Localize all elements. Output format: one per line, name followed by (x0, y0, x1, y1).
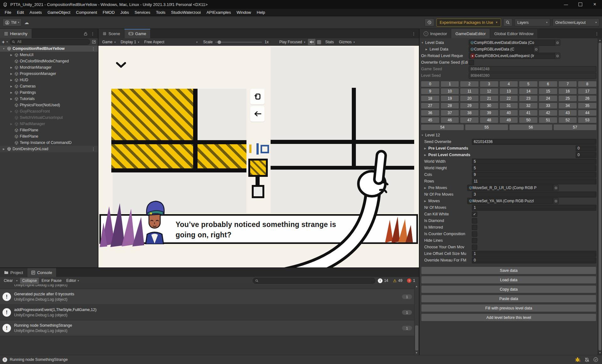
level-button[interactable]: 53 (578, 117, 597, 123)
error-count-toggle[interactable]: ! 1 (405, 278, 417, 284)
play-focused-dropdown[interactable]: Play Focused▾ (277, 38, 308, 46)
level-button[interactable]: 5 (519, 81, 538, 87)
inspector-scrollbar-thumb[interactable] (599, 43, 601, 351)
menu-edit[interactable]: Edit (14, 9, 27, 16)
level-button[interactable]: 7 (558, 81, 577, 87)
add-level-before-button[interactable]: Add level before this level (421, 314, 596, 321)
restart-button[interactable] (250, 89, 265, 104)
foldout-icon[interactable]: ▶ (424, 200, 428, 203)
level-button[interactable]: 13 (499, 88, 518, 94)
hierarchy-search-input[interactable] (17, 39, 88, 44)
menu-tools[interactable]: Tools (153, 9, 168, 16)
level-button[interactable]: 35 (578, 103, 597, 109)
level-button[interactable]: 54 (421, 124, 464, 130)
level-button[interactable]: 17 (578, 88, 597, 94)
load-data-button[interactable]: Load data (421, 276, 596, 284)
foldout-icon[interactable]: ▶ (9, 79, 13, 82)
level-button[interactable]: 19 (441, 95, 459, 102)
scroll-down-icon[interactable]: ▼ (598, 351, 602, 354)
choose-your-own-moves-checkbox[interactable] (472, 245, 477, 250)
console-search-input[interactable] (260, 278, 373, 283)
game-viewport[interactable]: You’ve probably noticed something strang… (98, 46, 419, 267)
level-button[interactable]: 18 (421, 95, 440, 102)
tab-console[interactable]: Console (27, 268, 56, 277)
tab-scene[interactable]: Scene (98, 29, 124, 38)
scroll-up-icon[interactable]: ▲ (598, 39, 602, 42)
warning-count-toggle[interactable]: ⚠ 49 (391, 278, 404, 284)
level-button[interactable]: 23 (519, 95, 538, 102)
hierarchy-item-paintings[interactable]: ▶Paintings (0, 89, 98, 96)
foldout-icon[interactable]: ▶ (9, 110, 13, 113)
level-button[interactable]: 55 (465, 124, 508, 130)
scale-slider[interactable] (215, 42, 262, 43)
on-reload-object-field[interactable]: E CompRGBOnLevelLoadRequest (Ir ⊙ (469, 53, 560, 59)
undo-button[interactable] (250, 106, 265, 122)
object-picker-icon[interactable]: ⊙ (555, 40, 560, 45)
minimize-button[interactable]: — (559, 0, 573, 9)
post-level-commands-size-field[interactable]: 0 (576, 152, 596, 158)
debugger-bug-icon[interactable]: ! (575, 357, 581, 362)
seed-overwrite-field[interactable]: 621014336 (472, 139, 596, 145)
level-button[interactable]: 12 (480, 88, 499, 94)
level-button[interactable]: 3 (480, 81, 499, 87)
level-button[interactable]: 49 (499, 117, 518, 123)
kebab-menu-icon[interactable]: ⋮ (91, 31, 95, 36)
level-button[interactable]: 38 (460, 110, 479, 116)
hierarchy-item-menuui[interactable]: ▶MenuUI (0, 52, 98, 58)
level-button[interactable]: 8 (578, 81, 597, 87)
tab-inspector[interactable]: i Inspector (420, 29, 451, 38)
level-button[interactable]: 57 (553, 124, 597, 130)
copy-data-button[interactable]: Copy data (421, 285, 596, 293)
foldout-icon[interactable]: ▶ (425, 48, 430, 51)
is-counter-composition-checkbox[interactable] (472, 231, 477, 237)
level-button[interactable]: 11 (460, 88, 479, 94)
line-offset-field[interactable]: 1 (472, 251, 596, 257)
search-button[interactable] (503, 18, 512, 26)
menu-component[interactable]: Component (73, 9, 100, 16)
level-button[interactable]: 27 (421, 103, 440, 109)
level-button[interactable]: 56 (509, 124, 552, 130)
chevron-down-icon[interactable]: ▾ (7, 40, 8, 43)
save-data-button[interactable]: Save data (421, 266, 596, 274)
tab-hierarchy[interactable]: Hierarchy (0, 29, 32, 38)
level-button[interactable]: 40 (499, 110, 518, 116)
level-button[interactable]: 15 (539, 88, 557, 94)
hierarchy-item-fillerplane-1[interactable]: FillerPlane (0, 127, 98, 133)
level-button[interactable]: 43 (558, 110, 577, 116)
override-niveau-field[interactable]: 0 (472, 257, 596, 263)
nr-of-pre-moves-field[interactable]: 3 (472, 192, 596, 198)
level-data-sub-foldout[interactable]: ▶ Level Data CompRGBLevelData (C ⊙ (420, 46, 598, 52)
menu-file[interactable]: File (2, 9, 14, 16)
foldout-icon[interactable]: ▶ (9, 66, 13, 69)
puzzle-piece-hatched-square[interactable] (248, 159, 268, 177)
pre-level-commands-size-field[interactable]: 0 (576, 145, 596, 151)
picker-window-icon[interactable] (92, 40, 96, 44)
puzzle-piece-empty-square[interactable] (252, 185, 264, 198)
editor-dropdown[interactable]: Editor ▾ (64, 278, 81, 284)
menu-gameobject[interactable]: GameObject (45, 9, 73, 16)
console-log-list[interactable]: UnityEngine.Debug:Log (object) ! Generat… (0, 284, 415, 355)
cloud-icon[interactable]: ☁ (24, 20, 29, 25)
tab-gamedataeditor[interactable]: GameDataEditor (451, 29, 490, 38)
vsync-grid-button[interactable] (315, 39, 323, 45)
tab-global-editor-window[interactable]: Global Editor Window (490, 29, 538, 38)
world-width-field[interactable]: 5 (472, 159, 596, 165)
error-pause-button[interactable]: Error Pause (39, 278, 64, 284)
layers-dropdown[interactable]: Layers ▾ (515, 18, 550, 26)
log-row[interactable]: ! Running node SomethingStrange UnityEng… (0, 320, 415, 336)
level-button[interactable]: 46 (441, 117, 459, 123)
foldout-icon[interactable]: ▶ (9, 98, 13, 100)
foldout-icon[interactable]: ▶ (9, 72, 13, 75)
console-search-box[interactable] (253, 278, 375, 284)
scale-slider-knob[interactable] (218, 40, 221, 44)
hierarchy-search-box[interactable] (10, 39, 90, 45)
moves-row[interactable]: ▶ Moves MoveSet_YA_WA (Comp RGB Puzzl ⊙ (420, 198, 598, 204)
hierarchy-item-mondrianmanager[interactable]: ▶MondrianManager (0, 64, 98, 71)
level-button[interactable]: 1 (441, 81, 459, 87)
level-seed-field[interactable]: 808440260 (469, 73, 596, 79)
level-button[interactable]: 52 (558, 117, 577, 123)
level-data-object-field[interactable]: CompRGBLevelDataEditorData (Co ⊙ (469, 40, 560, 46)
gizmos-dropdown[interactable]: Gizmos▾ (336, 38, 357, 46)
level-button[interactable]: 9 (421, 88, 440, 94)
world-height-field[interactable]: 5 (472, 165, 596, 171)
